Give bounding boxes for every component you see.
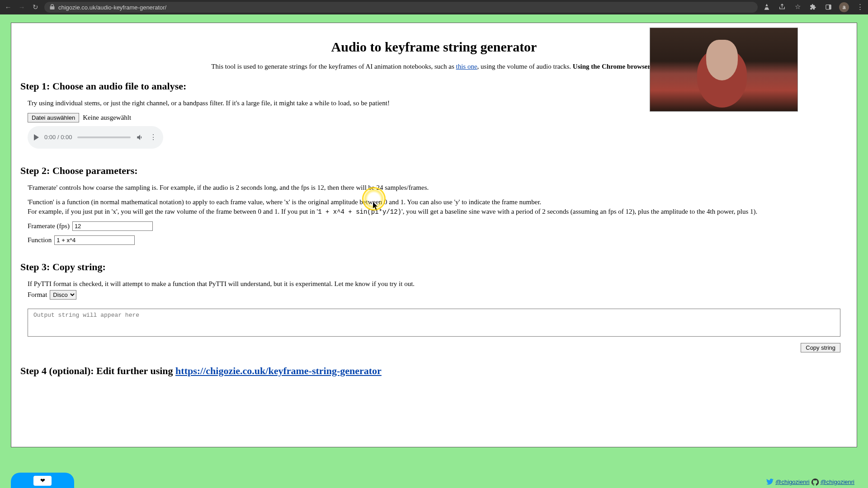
framerate-input[interactable] bbox=[72, 221, 153, 231]
page-card: Audio to keyframe string generator This … bbox=[11, 23, 857, 447]
extensions-icon[interactable] bbox=[808, 2, 817, 11]
webcam-overlay bbox=[650, 28, 798, 112]
share-icon[interactable] bbox=[778, 2, 787, 11]
function-code-sample: 1 + x^4 + sin(pi*y/12) bbox=[318, 208, 401, 216]
github-link[interactable]: @chigozienri bbox=[821, 479, 854, 487]
github-icon bbox=[811, 479, 819, 487]
audio-more-icon[interactable]: ⋮ bbox=[150, 133, 157, 141]
format-label: Format bbox=[28, 291, 47, 299]
forward-button[interactable]: → bbox=[17, 3, 26, 12]
seek-bar[interactable] bbox=[77, 136, 131, 138]
step4-link[interactable]: https://chigozie.co.uk/keyframe-string-g… bbox=[175, 365, 382, 376]
sidepanel-icon[interactable] bbox=[824, 2, 833, 11]
format-select[interactable]: Disco bbox=[50, 290, 76, 300]
twitter-link[interactable]: @chigozienri bbox=[775, 479, 809, 487]
browser-toolbar: ← → ↻ chigozie.co.uk/audio-keyframe-gene… bbox=[0, 0, 868, 14]
reload-button[interactable]: ↻ bbox=[31, 3, 40, 12]
step4-heading: Step 4 (optional): Edit further using ht… bbox=[20, 365, 848, 377]
audio-time: 0:00 / 0:00 bbox=[44, 134, 72, 141]
framerate-label: Framerate (fps) bbox=[28, 222, 70, 230]
lock-icon bbox=[50, 4, 55, 11]
function-input[interactable] bbox=[54, 235, 135, 245]
file-choose-button[interactable]: Datei auswählen bbox=[28, 113, 79, 122]
output-textarea[interactable] bbox=[28, 309, 840, 337]
back-button[interactable]: ← bbox=[4, 3, 13, 12]
support-button[interactable]: ❤ bbox=[11, 473, 74, 488]
step3-note: If PyTTI format is checked, it will atte… bbox=[28, 279, 848, 289]
intro-mid: , using the volume of audio tracks. bbox=[477, 63, 573, 70]
support-heart-icon: ❤ bbox=[33, 476, 52, 486]
menu-icon[interactable]: ⋮ bbox=[855, 2, 864, 11]
bookmark-icon[interactable]: ☆ bbox=[793, 2, 802, 11]
footer-links: @chigozienri @chigozienri bbox=[766, 479, 854, 487]
intro-link[interactable]: this one bbox=[456, 63, 477, 70]
play-icon[interactable] bbox=[34, 134, 39, 141]
url-text: chigozie.co.uk/audio-keyframe-generator/ bbox=[58, 4, 166, 11]
browser-right-icons: ☆ a ⋮ bbox=[762, 2, 864, 12]
audio-player[interactable]: 0:00 / 0:00 ⋮ bbox=[28, 126, 163, 149]
profile-avatar[interactable]: a bbox=[839, 2, 849, 12]
svg-rect-1 bbox=[829, 5, 830, 9]
function-label: Function bbox=[28, 236, 52, 244]
step2-function-desc: 'Function' is a function (in normal math… bbox=[28, 197, 848, 217]
translate-icon[interactable] bbox=[762, 2, 771, 11]
step3-heading: Step 3: Copy string: bbox=[20, 261, 848, 273]
step2-heading: Step 2: Choose parameters: bbox=[20, 165, 848, 177]
intro-pre: This tool is used to generate strings fo… bbox=[211, 63, 456, 70]
page-viewport: Audio to keyframe string generator This … bbox=[0, 14, 868, 488]
file-status: Keine ausgewählt bbox=[83, 114, 131, 122]
intro-bold: Using the Chrome browser is bbox=[573, 63, 657, 70]
step2-framerate-desc: 'Framerate' controls how coarse the samp… bbox=[28, 183, 848, 193]
copy-string-button[interactable]: Copy string bbox=[801, 343, 840, 352]
volume-icon[interactable] bbox=[136, 133, 144, 141]
address-bar[interactable]: chigozie.co.uk/audio-keyframe-generator/ bbox=[44, 2, 758, 13]
twitter-icon bbox=[766, 479, 774, 487]
